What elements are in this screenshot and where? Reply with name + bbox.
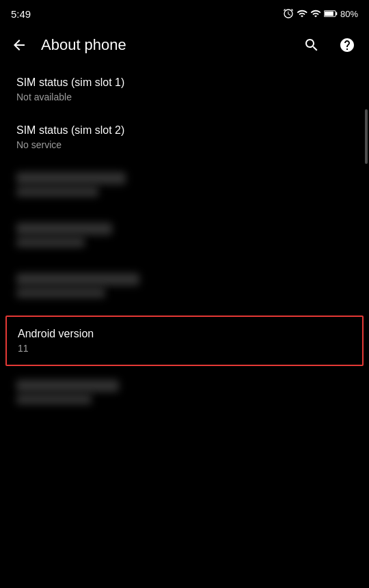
blurred-title-4 (16, 380, 119, 392)
blurred-title-1 (16, 172, 126, 184)
android-version-value: 11 (18, 343, 351, 354)
blurred-subtitle-2 (16, 238, 85, 247)
sim-slot-1-subtitle: Not available (16, 92, 353, 102)
scrollbar[interactable] (365, 109, 368, 164)
blurred-subtitle-1 (16, 187, 98, 197)
blurred-item-1[interactable] (0, 161, 369, 212)
blurred-item-3[interactable] (0, 262, 369, 313)
sim-slot-2-subtitle: No service (16, 139, 353, 150)
android-version-title: Android version (18, 328, 351, 340)
back-arrow-icon (11, 37, 27, 53)
svg-rect-1 (336, 12, 337, 15)
sim-slot-2-item[interactable]: SIM status (sim slot 2) No service (0, 113, 369, 161)
blurred-subtitle-3 (16, 288, 105, 298)
signal-icon (310, 8, 321, 19)
page-title: About phone (36, 36, 295, 54)
help-icon (339, 37, 355, 53)
wifi-icon (297, 8, 308, 19)
status-time: 5:49 (11, 8, 31, 20)
blurred-subtitle-4 (16, 395, 92, 404)
alarm-icon (283, 8, 294, 19)
sim-slot-1-item[interactable]: SIM status (sim slot 1) Not available (0, 66, 369, 113)
android-version-item[interactable]: Android version 11 (5, 316, 364, 366)
app-bar: About phone (0, 25, 369, 66)
blurred-title-2 (16, 223, 112, 235)
search-button[interactable] (295, 29, 328, 61)
back-button[interactable] (3, 29, 36, 61)
battery-percentage: 80% (340, 9, 358, 19)
app-bar-actions (295, 29, 364, 61)
status-icons: 80% (283, 8, 358, 19)
search-icon (303, 37, 320, 53)
status-bar: 5:49 80% (0, 0, 369, 25)
help-button[interactable] (331, 29, 364, 61)
svg-rect-2 (325, 12, 333, 16)
settings-list: SIM status (sim slot 1) Not available SI… (0, 66, 369, 419)
blurred-item-2[interactable] (0, 212, 369, 262)
battery-icon (324, 8, 338, 19)
blurred-item-4[interactable] (0, 369, 369, 419)
sim-slot-1-title: SIM status (sim slot 1) (16, 76, 353, 89)
sim-slot-2-title: SIM status (sim slot 2) (16, 124, 353, 137)
blurred-title-3 (16, 273, 139, 285)
